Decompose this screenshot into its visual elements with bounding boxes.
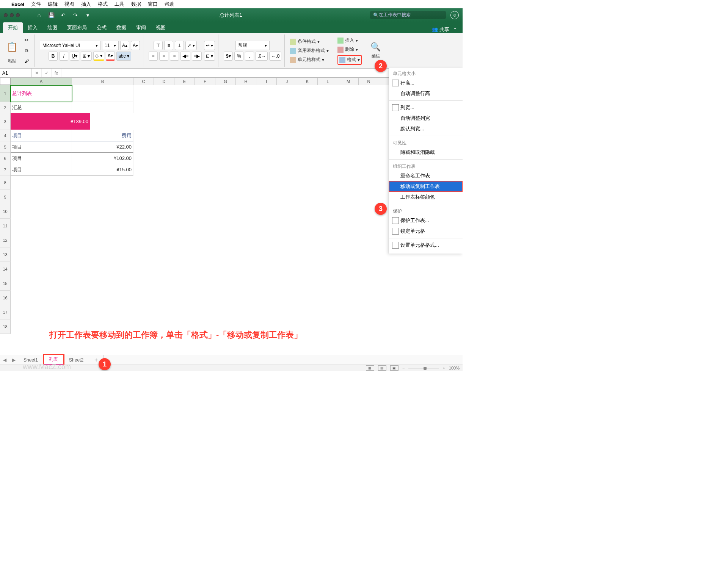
align-bottom-icon[interactable]: ⊥	[175, 41, 184, 50]
zoom-out-icon[interactable]: −	[402, 366, 405, 370]
cell-A3[interactable]: ¥139.00	[11, 113, 90, 130]
cell-B4[interactable]: 费用	[72, 130, 133, 141]
comma-icon[interactable]: ,	[245, 52, 254, 61]
sheet-nav-next[interactable]: ▶	[9, 357, 18, 363]
tab-pagelayout[interactable]: 页面布局	[62, 22, 92, 33]
zoom-level[interactable]: 100%	[449, 366, 460, 370]
col-J[interactable]: J	[277, 78, 297, 85]
align-left-icon[interactable]: ≡	[149, 52, 158, 61]
menuitem-protect-sheet[interactable]: 保护工作表...	[389, 215, 463, 226]
underline-button[interactable]: U ▾	[70, 52, 79, 61]
menu-file[interactable]: 文件	[31, 1, 41, 8]
col-B[interactable]: B	[72, 78, 133, 85]
cut-icon[interactable]: ✂	[22, 36, 31, 45]
col-E[interactable]: E	[174, 78, 195, 85]
paste-button[interactable]: 📋	[5, 38, 20, 56]
cell-A4[interactable]: 项目	[11, 130, 72, 141]
row-11[interactable]: 11	[0, 219, 11, 233]
row-5[interactable]: 5	[0, 141, 11, 153]
row-3[interactable]: 3	[0, 113, 11, 130]
wrap-text-icon[interactable]: ↩ ▾	[204, 41, 215, 50]
tab-draw[interactable]: 绘图	[42, 22, 62, 33]
col-H[interactable]: H	[236, 78, 256, 85]
row-17[interactable]: 17	[0, 305, 11, 319]
row-9[interactable]: 9	[0, 190, 11, 204]
tab-formula[interactable]: 公式	[92, 22, 111, 33]
row-6[interactable]: 6	[0, 153, 11, 164]
cell-A2[interactable]: 汇总	[11, 102, 72, 113]
row-10[interactable]: 10	[0, 204, 11, 219]
row-16[interactable]: 16	[0, 291, 11, 305]
menuitem-lock-cell[interactable]: 锁定单元格	[389, 226, 463, 236]
menu-edit[interactable]: 编辑	[48, 1, 58, 8]
row-12[interactable]: 12	[0, 233, 11, 247]
menu-help[interactable]: 帮助	[165, 1, 174, 8]
row-2[interactable]: 2	[0, 102, 11, 113]
font-color-button[interactable]: A ▾	[106, 52, 115, 61]
menu-view[interactable]: 视图	[64, 1, 74, 8]
align-right-icon[interactable]: ≡	[170, 52, 179, 61]
cancel-formula-icon[interactable]: ✕	[32, 69, 42, 77]
app-name[interactable]: Excel	[11, 2, 24, 7]
menuitem-autofit-row[interactable]: 自动调整行高	[389, 88, 463, 99]
menu-format[interactable]: 格式	[98, 1, 108, 8]
accept-formula-icon[interactable]: ✓	[42, 69, 52, 77]
redo-icon[interactable]: ↷	[71, 11, 80, 19]
currency-icon[interactable]: $▾	[224, 52, 233, 61]
select-all-corner[interactable]	[0, 78, 11, 85]
menu-data[interactable]: 数据	[131, 1, 141, 8]
col-K[interactable]: K	[297, 78, 318, 85]
insert-cells-button[interactable]: 插入 ▾	[337, 37, 358, 44]
fx-icon[interactable]: fx	[52, 69, 61, 77]
col-G[interactable]: G	[215, 78, 236, 85]
menuitem-hide[interactable]: 隐藏和取消隐藏	[389, 147, 463, 158]
sheet-nav-prev[interactable]: ◀	[0, 357, 9, 363]
col-A[interactable]: A	[11, 78, 72, 85]
cell-style-button[interactable]: 单元格样式 ▾	[290, 56, 324, 64]
row-13[interactable]: 13	[0, 247, 11, 262]
tab-home[interactable]: 开始	[3, 22, 23, 33]
delete-cells-button[interactable]: 删除 ▾	[337, 46, 358, 53]
view-page-icon[interactable]: ▤	[378, 365, 386, 371]
decrease-decimal-icon[interactable]: ←.0	[269, 52, 281, 61]
tab-data[interactable]: 数据	[111, 22, 131, 33]
menu-insert[interactable]: 插入	[81, 1, 91, 8]
cell-A6[interactable]: 项目	[11, 153, 72, 164]
cell-A5[interactable]: 项目	[11, 141, 72, 153]
cell-area[interactable]: 总计列表 汇总 ¥139.00 项目 费用 项目 ¥22.00 项目 ¥102.…	[11, 85, 133, 175]
window-controls[interactable]	[4, 13, 20, 17]
col-M[interactable]: M	[338, 78, 359, 85]
orientation-icon[interactable]: ⤢ ▾	[185, 41, 196, 50]
cell-A1[interactable]: 总计列表	[11, 85, 72, 102]
col-C[interactable]: C	[133, 78, 154, 85]
zoom-in-icon[interactable]: +	[442, 366, 445, 370]
indent-right-icon[interactable]: ≡▶	[192, 52, 202, 61]
share-button[interactable]: 👥 共享	[432, 26, 449, 33]
find-icon[interactable]: 🔍	[370, 42, 381, 52]
tab-view[interactable]: 视图	[151, 22, 171, 33]
home-icon[interactable]: ⌂	[35, 11, 43, 19]
menu-window[interactable]: 窗口	[148, 1, 158, 8]
row-14[interactable]: 14	[0, 262, 11, 276]
cell-B5[interactable]: ¥22.00	[72, 141, 133, 153]
copy-icon[interactable]: ⧉	[22, 46, 31, 55]
view-normal-icon[interactable]: ▦	[366, 365, 374, 371]
table-format-button[interactable]: 套用表格格式 ▾	[290, 47, 329, 55]
col-I[interactable]: I	[256, 78, 277, 85]
menuitem-autofit-col[interactable]: 自动调整列宽	[389, 113, 463, 124]
user-icon[interactable]: ☺	[450, 11, 459, 19]
cell-B1[interactable]	[72, 85, 133, 102]
collapse-ribbon-icon[interactable]: ⌃	[453, 27, 457, 33]
name-box[interactable]: A1	[0, 69, 32, 77]
row-4[interactable]: 4	[0, 130, 11, 141]
menuitem-default-width[interactable]: 默认列宽...	[389, 124, 463, 134]
menu-tools[interactable]: 工具	[115, 1, 124, 8]
phonetic-button[interactable]: abc ▾	[116, 52, 131, 61]
view-break-icon[interactable]: ▣	[390, 365, 399, 371]
menuitem-col-width[interactable]: 列宽...	[389, 102, 463, 113]
format-cells-button[interactable]: 格式 ▾	[339, 56, 360, 64]
indent-left-icon[interactable]: ◀≡	[180, 52, 190, 61]
bold-button[interactable]: B	[49, 52, 58, 61]
row-headers[interactable]: 1 2 3 4 5 6 7 8 9 10 11 12 13 14 15 16 1…	[0, 85, 11, 334]
menuitem-tab-color[interactable]: 工作表标签颜色	[389, 192, 463, 202]
